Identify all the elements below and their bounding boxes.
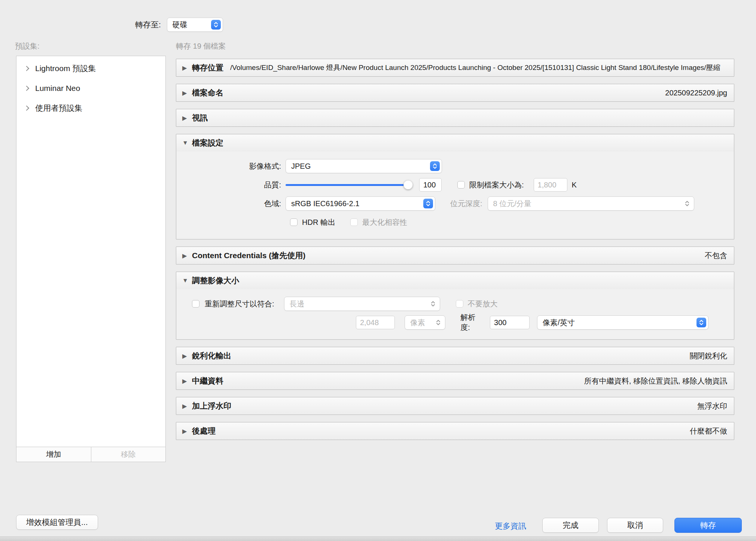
export-to-popup[interactable]: 硬碟: [167, 18, 223, 32]
limit-file-size-unit: K: [572, 181, 577, 189]
stepper-icon: [682, 199, 692, 208]
disclosure-collapsed-icon: ▶: [182, 114, 192, 122]
more-info-link[interactable]: 更多資訊: [495, 521, 526, 531]
color-space-value: sRGB IEC61966-2.1: [291, 199, 359, 208]
hdr-output-label: HDR 輸出: [302, 217, 335, 227]
hdr-output-checkbox[interactable]: [290, 218, 298, 226]
quality-slider-knob[interactable]: [403, 180, 413, 190]
remove-preset-button: 移除: [91, 447, 166, 462]
window-bottom-edge: [0, 537, 756, 541]
export-to-row: 轉存至: 硬碟: [135, 18, 223, 32]
watermark-summary: 無浮水印: [231, 401, 727, 411]
panel-title: 檔案設定: [192, 138, 223, 148]
panel-title: 轉存位置: [192, 62, 223, 73]
color-space-popup[interactable]: sRGB IEC61966-2.1: [286, 196, 435, 211]
sharpening-summary: 關閉銳利化: [231, 351, 727, 361]
resolution-unit-value: 像素/英寸: [543, 318, 575, 328]
panel-header-content-credentials[interactable]: ▶ Content Credentials (搶先使用) 不包含: [176, 247, 734, 264]
panel-title: 視訊: [192, 113, 208, 123]
panel-header-file-settings[interactable]: ▼ 檔案設定: [176, 134, 734, 152]
export-button[interactable]: 轉存: [674, 518, 742, 533]
panel-title: 中繼資料: [192, 376, 223, 386]
disclosure-expanded-icon: ▼: [182, 140, 192, 146]
disclosure-collapsed-icon: ▶: [182, 378, 192, 385]
disclosure-expanded-icon: ▼: [182, 277, 192, 284]
disclosure-collapsed-icon: ▶: [182, 403, 192, 410]
disclosure-collapsed-icon: ▶: [182, 352, 192, 360]
preset-item-user-presets[interactable]: 使用者預設集: [16, 98, 165, 118]
panel-post-processing: ▶ 後處理 什麼都不做: [176, 422, 734, 440]
resize-mode-popup: 長邊: [284, 297, 440, 311]
preset-list: Lightroom 預設集 Luminar Neo 使用者預設集: [16, 56, 165, 118]
chevron-right-icon: [24, 105, 29, 110]
panel-file-naming: ▶ 檔案命名 202509225209.jpg: [176, 84, 734, 102]
image-format-popup[interactable]: JPEG: [286, 159, 442, 173]
panel-header-video[interactable]: ▶ 視訊: [176, 109, 734, 126]
panel-output-sharpening: ▶ 銳利化輸出 關閉銳利化: [176, 347, 734, 365]
file-settings-body: 影像格式: JPEG 品質: 限制檔案大小為:: [176, 152, 734, 239]
metadata-summary: 所有中繼資料, 移除位置資訊, 移除人物資訊: [223, 376, 727, 386]
limit-file-size-checkbox[interactable]: [457, 181, 465, 189]
panel-title: 加上浮水印: [192, 401, 231, 411]
quality-label: 品質:: [176, 180, 286, 190]
preset-item-lightroom[interactable]: Lightroom 預設集: [16, 58, 165, 78]
panel-header-metadata[interactable]: ▶ 中繼資料 所有中繼資料, 移除位置資訊, 移除人物資訊: [176, 372, 734, 389]
hdr-row: HDR 輸出 最大化相容性: [176, 213, 734, 232]
resize-mode-value: 長邊: [290, 299, 305, 309]
bit-depth-popup: 8 位元/分量: [488, 196, 694, 211]
panel-watermarking: ▶ 加上浮水印 無浮水印: [176, 397, 734, 415]
preset-actions: 增加 移除: [16, 447, 165, 462]
panel-header-export-location[interactable]: ▶ 轉存位置 /Volumes/EID_Share/Harlowe 燈具/New…: [176, 59, 734, 76]
panel-header-file-naming[interactable]: ▶ 檔案命名 202509225209.jpg: [176, 84, 734, 101]
quality-input[interactable]: [419, 178, 442, 192]
export-to-value: 硬碟: [173, 20, 188, 30]
dont-enlarge-label: 不要放大: [468, 299, 498, 309]
export-settings-column: 轉存 19 個檔案 ▶ 轉存位置 /Volumes/EID_Share/Harl…: [176, 41, 734, 447]
image-format-value: JPEG: [291, 162, 311, 171]
post-processing-summary: 什麼都不做: [216, 426, 727, 436]
panel-header-image-sizing[interactable]: ▼ 調整影像大小: [176, 272, 734, 289]
stepper-icon: [433, 318, 443, 327]
panel-header-watermarking[interactable]: ▶ 加上浮水印 無浮水印: [176, 397, 734, 415]
resize-to-fit-label: 重新調整尺寸以符合:: [205, 299, 274, 309]
panel-file-settings: ▼ 檔案設定 影像格式: JPEG 品質:: [176, 134, 734, 239]
quality-row: 品質: 限制檔案大小為: K: [176, 175, 734, 194]
quality-slider[interactable]: [286, 184, 412, 186]
export-dialog: 轉存至: 硬碟 預設集: Lightroom 預設集 Luminar Neo 使…: [0, 0, 756, 541]
stepper-icon: [430, 161, 440, 171]
panel-image-sizing: ▼ 調整影像大小 重新調整尺寸以符合: 長邊 不要放大: [176, 272, 734, 340]
export-location-path: /Volumes/EID_Share/Harlowe 燈具/New Produc…: [230, 63, 727, 73]
preset-item-label: Luminar Neo: [35, 84, 80, 93]
preset-item-luminar-neo[interactable]: Luminar Neo: [16, 78, 165, 98]
color-space-row: 色域: sRGB IEC61966-2.1 位元深度: 8 位元/分量: [176, 194, 734, 213]
limit-file-size-input: [534, 178, 567, 192]
add-preset-button[interactable]: 增加: [16, 447, 91, 462]
bit-depth-label: 位元深度:: [450, 199, 482, 209]
resolution-input[interactable]: [490, 316, 530, 329]
panel-title: 調整影像大小: [192, 275, 239, 286]
panel-header-output-sharpening[interactable]: ▶ 銳利化輸出 關閉銳利化: [176, 347, 734, 364]
limit-file-size-label: 限制檔案大小為:: [469, 180, 524, 190]
preset-item-label: 使用者預設集: [35, 103, 82, 113]
stepper-icon: [423, 199, 433, 208]
resolution-label: 解析度:: [460, 312, 485, 333]
image-format-row: 影像格式: JPEG: [176, 157, 734, 175]
disclosure-collapsed-icon: ▶: [182, 252, 192, 259]
resize-to-fit-checkbox[interactable]: [192, 300, 199, 308]
resolution-unit-popup[interactable]: 像素/英寸: [537, 315, 708, 330]
chevron-right-icon: [24, 85, 29, 91]
presets-label: 預設集:: [15, 41, 40, 51]
done-button[interactable]: 完成: [542, 518, 599, 533]
image-sizing-body: 重新調整尺寸以符合: 長邊 不要放大 像素: [176, 289, 734, 339]
cancel-button[interactable]: 取消: [607, 518, 663, 533]
size-unit-popup: 像素: [405, 315, 445, 330]
disclosure-collapsed-icon: ▶: [182, 428, 192, 435]
maximize-compatibility-label: 最大化相容性: [362, 217, 407, 227]
plugin-manager-button[interactable]: 增效模組管理員...: [16, 515, 98, 530]
file-naming-example: 202509225209.jpg: [223, 89, 727, 97]
panel-content-credentials: ▶ Content Credentials (搶先使用) 不包含: [176, 247, 734, 265]
chevron-right-icon: [24, 65, 29, 71]
panel-header-post-processing[interactable]: ▶ 後處理 什麼都不做: [176, 422, 734, 440]
panel-metadata: ▶ 中繼資料 所有中繼資料, 移除位置資訊, 移除人物資訊: [176, 372, 734, 390]
bit-depth-value: 8 位元/分量: [493, 199, 531, 209]
